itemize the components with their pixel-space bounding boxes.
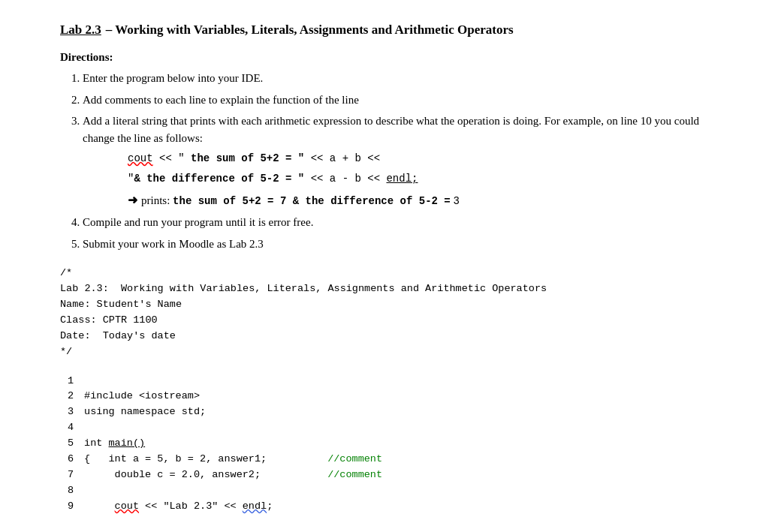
arrow-icon: ➜ <box>128 191 137 209</box>
cout-wavy: cout <box>115 500 139 512</box>
endl-wavy: endl <box>243 500 267 512</box>
direction-item-1: Enter the program below into your IDE. <box>83 70 724 87</box>
line-number: 2 <box>60 389 74 404</box>
comment-text: //comment <box>327 467 382 483</box>
cout-keyword: cout <box>128 152 153 164</box>
comment-line-2: Name: Student's Name <box>60 297 724 313</box>
comment-text: //comment <box>327 452 382 467</box>
title-description: – Working with Variables, Literals, Assi… <box>106 23 514 38</box>
title-lab-underlined: Lab 2.3 <box>60 23 101 38</box>
line-number: 3 <box>60 404 74 420</box>
code-block: 1 2 #include <iostream> 3 using namespac… <box>60 374 724 515</box>
endl-keyword: endl; <box>386 173 418 185</box>
comment-line-0: /* <box>60 266 724 281</box>
code-line-7: 7 double c = 2.0, answer2; //comment <box>60 467 724 483</box>
direction-item-4: Compile and run your program until it is… <box>83 214 724 231</box>
page-title: Lab 2.3 – Working with Variables, Litera… <box>60 23 724 38</box>
comment-block: /* Lab 2.3: Working with Variables, Lite… <box>60 266 724 360</box>
direction-item-3: Add a literal string that prints with ea… <box>83 113 724 209</box>
code-line-8: 8 <box>60 483 724 499</box>
arrow-prints-line: ➜ prints: the sum of 5+2 = 7 & the diffe… <box>128 191 724 209</box>
comment-line-3: Class: CPTR 1100 <box>60 313 724 329</box>
directions-list: Enter the program below into your IDE. A… <box>83 70 724 252</box>
comment-line-5: */ <box>60 344 724 360</box>
code-line-9: 9 cout << "Lab 2.3" << endl; <box>60 499 724 515</box>
code-line-6: 6 { int a = 5, b = 2, answer1; //comment <box>60 452 724 467</box>
line-number: 6 <box>60 452 74 467</box>
line-number: 1 <box>60 374 74 389</box>
line-number: 5 <box>60 436 74 452</box>
code-line-1: 1 <box>60 374 724 389</box>
comment-line-4: Date: Today's date <box>60 329 724 344</box>
main-underline: main() <box>109 437 146 449</box>
line-number: 7 <box>60 467 74 483</box>
line-number: 4 <box>60 420 74 436</box>
line-number: 9 <box>60 499 74 515</box>
line-number: 8 <box>60 483 74 499</box>
direction-item-2: Add comments to each line to explain the… <box>83 92 724 109</box>
code-example-line1: cout << " the sum of 5+2 = " << a + b << <box>128 151 724 167</box>
direction-item-5: Submit your work in Moodle as Lab 2.3 <box>83 236 724 253</box>
code-line-3: 3 using namespace std; <box>60 404 724 420</box>
code-example-line2: "& the difference of 5-2 = " << a - b <<… <box>128 171 724 187</box>
directions-label: Directions: <box>60 51 724 64</box>
code-line-2: 2 #include <iostream> <box>60 389 724 404</box>
comment-line-1: Lab 2.3: Working with Variables, Literal… <box>60 281 724 297</box>
code-line-5: 5 int main() <box>60 436 724 452</box>
code-line-4: 4 <box>60 420 724 436</box>
